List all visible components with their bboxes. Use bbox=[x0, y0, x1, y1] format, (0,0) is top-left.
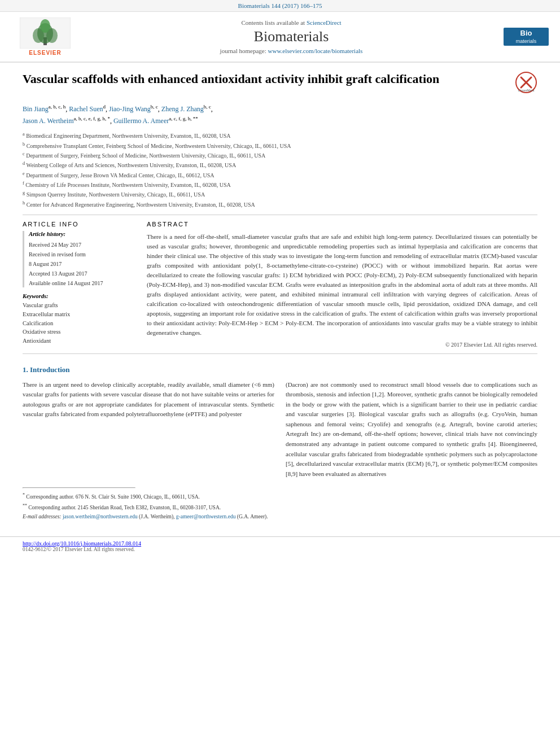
sciencedirect-line: Contents lists available at ScienceDirec… bbox=[85, 19, 498, 26]
biomaterials-badge-block: Bio materials bbox=[504, 28, 549, 46]
article-content: Vascular scaffolds with enhanced antioxi… bbox=[0, 63, 560, 531]
journal-volume-info: Biomaterials 144 (2017) 166–175 bbox=[238, 2, 322, 9]
history-label: Article history: bbox=[29, 231, 135, 237]
journal-center-info: Contents lists available at ScienceDirec… bbox=[85, 19, 498, 54]
footnote-email: E-mail addresses: jason.wertheim@northwe… bbox=[23, 513, 537, 521]
email-ameer[interactable]: g-ameer@northwestern.edu bbox=[176, 514, 236, 519]
bottom-bar: http://dx.doi.org/10.1016/j.biomaterials… bbox=[0, 536, 560, 556]
elsevier-tree-icon bbox=[20, 18, 71, 49]
affil-a: a Biomedical Engineering Department, Nor… bbox=[23, 131, 537, 140]
article-title-section: Vascular scaffolds with enhanced antioxi… bbox=[23, 71, 537, 98]
affil-b: b Comprehensive Transplant Center, Feinb… bbox=[23, 141, 537, 150]
footnote-corresponding-1: * Corresponding author. 676 N. St. Clair… bbox=[23, 492, 537, 501]
article-info-title: ARTICLE INFO bbox=[23, 221, 135, 228]
intro-section-number: 1. Introduction bbox=[23, 365, 537, 374]
rights-line: 0142-9612/© 2017 Elsevier Ltd. All right… bbox=[23, 547, 537, 552]
intro-col-left: There is an urgent need to develop clini… bbox=[23, 380, 274, 479]
doi-link[interactable]: http://dx.doi.org/10.1016/j.biomaterials… bbox=[23, 540, 141, 547]
kw-calcification: Calcification bbox=[23, 319, 135, 328]
introduction-section: 1. Introduction There is an urgent need … bbox=[23, 365, 537, 479]
footnote-divider bbox=[23, 487, 135, 488]
intro-two-col: There is an urgent need to develop clini… bbox=[23, 380, 537, 479]
footnote-corresponding-2: ** Corresponding author. 2145 Sheridan R… bbox=[23, 503, 537, 512]
author-jason-wertheim[interactable]: Jason A. Wertheim bbox=[23, 117, 73, 125]
author-guillermo-ameer[interactable]: Guillermo A. Ameer bbox=[113, 117, 169, 125]
accepted-date: Accepted 13 August 2017 bbox=[29, 269, 135, 278]
journal-homepage-line: journal homepage: www.elsevier.com/locat… bbox=[85, 47, 498, 54]
kw-antioxidant: Antioxidant bbox=[23, 337, 135, 346]
journal-homepage-link[interactable]: www.elsevier.com/locate/biomaterials bbox=[268, 47, 363, 54]
article-history-block: Article history: Received 24 May 2017 Re… bbox=[23, 231, 135, 287]
elsevier-logo-block: ELSEVIER bbox=[11, 18, 79, 56]
divider-1 bbox=[23, 215, 537, 215]
sciencedirect-link[interactable]: ScienceDirect bbox=[307, 19, 342, 26]
kw-oxidative: Oxidative stress bbox=[23, 327, 135, 337]
svg-point-5 bbox=[40, 19, 50, 33]
author-zheng-zhang[interactable]: Zheng J. Zhang bbox=[161, 105, 204, 113]
info-abstract-cols: ARTICLE INFO Article history: Received 2… bbox=[23, 221, 537, 348]
abstract-title: ABSTRACT bbox=[147, 221, 537, 228]
abstract-text: There is a need for off-the-shelf, small… bbox=[147, 232, 537, 338]
affil-d: d Weinberg College of Arts and Sciences,… bbox=[23, 160, 537, 169]
affiliations-block: a Biomedical Engineering Department, Nor… bbox=[23, 131, 537, 209]
page-wrapper: Biomaterials 144 (2017) 166–175 ELSEVIER bbox=[0, 0, 560, 556]
revised-date: 8 August 2017 bbox=[29, 260, 135, 268]
divider-2 bbox=[23, 353, 537, 354]
copyright-notice: © 2017 Elsevier Ltd. All rights reserved… bbox=[147, 342, 537, 348]
intro-text-left: There is an urgent need to develop clini… bbox=[23, 381, 274, 418]
top-bar: Biomaterials 144 (2017) 166–175 bbox=[0, 0, 560, 12]
elsevier-name-label: ELSEVIER bbox=[29, 50, 61, 56]
journal-title: Biomaterials bbox=[85, 28, 498, 45]
kw-ecm: Extracellular matrix bbox=[23, 310, 135, 319]
received-date: Received 24 May 2017 bbox=[29, 241, 135, 249]
intro-text-right: (Dacron) are not commonly used to recons… bbox=[286, 381, 537, 477]
affil-f: f Chemistry of Life Processes Institute,… bbox=[23, 180, 537, 189]
affil-c: c Department of Surgery, Feinberg School… bbox=[23, 151, 537, 160]
doi-line: http://dx.doi.org/10.1016/j.biomaterials… bbox=[23, 540, 537, 547]
affil-e: e Department of Surgery, Jesse Brown VA … bbox=[23, 171, 537, 180]
article-info-col: ARTICLE INFO Article history: Received 2… bbox=[23, 221, 135, 348]
received-revised-label: Received in revised form bbox=[29, 250, 135, 259]
kw-vascular-grafts: Vascular grafts bbox=[23, 301, 135, 310]
journal-header: ELSEVIER Contents lists available at Sci… bbox=[0, 12, 560, 63]
svg-text:CrossMark: CrossMark bbox=[518, 89, 535, 92]
keywords-label: Keywords: bbox=[23, 293, 135, 299]
affil-g: g Simpson Querrey Institute, Northwester… bbox=[23, 190, 537, 199]
author-bin-jiang[interactable]: Bin Jiang bbox=[23, 105, 49, 113]
crossmark-icon: CrossMark bbox=[515, 71, 537, 94]
abstract-col: ABSTRACT There is a need for off-the-she… bbox=[147, 221, 537, 348]
article-title: Vascular scaffolds with enhanced antioxi… bbox=[23, 71, 439, 88]
email-wertheim[interactable]: jason.wertheim@northwestern.edu bbox=[63, 514, 138, 519]
authors-line: Bin Jianga, b, c, h, Rachel Suend, Jiao-… bbox=[23, 103, 537, 126]
intro-col-right: (Dacron) are not commonly used to recons… bbox=[286, 380, 537, 479]
available-date: Available online 14 August 2017 bbox=[29, 279, 135, 287]
author-rachel-suen[interactable]: Rachel Suen bbox=[69, 105, 103, 113]
author-jiao-jing-wang[interactable]: Jiao-Jing Wang bbox=[109, 105, 151, 113]
elsevier-logo: ELSEVIER bbox=[11, 18, 79, 56]
biomaterials-badge: Bio materials bbox=[504, 28, 549, 46]
affil-h: h Center for Advanced Regenerative Engin… bbox=[23, 200, 537, 209]
keywords-block: Keywords: Vascular grafts Extracellular … bbox=[23, 293, 135, 346]
